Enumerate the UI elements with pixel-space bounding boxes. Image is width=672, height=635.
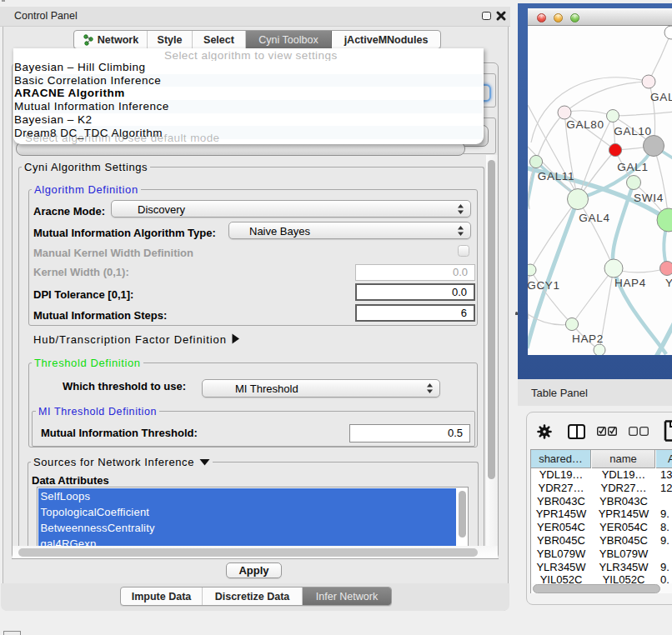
- svg-text:GAL80: GAL80: [566, 118, 604, 131]
- svg-text:GAL11: GAL11: [538, 170, 575, 182]
- svg-text:GAL1: GAL1: [617, 161, 648, 173]
- svg-text:GAL4: GAL4: [579, 212, 609, 224]
- svg-text:SWI4: SWI4: [634, 192, 664, 204]
- svg-text:GAL10: GAL10: [614, 125, 652, 138]
- svg-text:HAP2: HAP2: [572, 332, 604, 345]
- svg-text:GAL7: GAL7: [650, 91, 672, 103]
- svg-text:GCY1: GCY1: [528, 279, 560, 292]
- svg-text:HAP4: HAP4: [614, 277, 646, 289]
- svg-text:YM: YM: [665, 277, 672, 289]
